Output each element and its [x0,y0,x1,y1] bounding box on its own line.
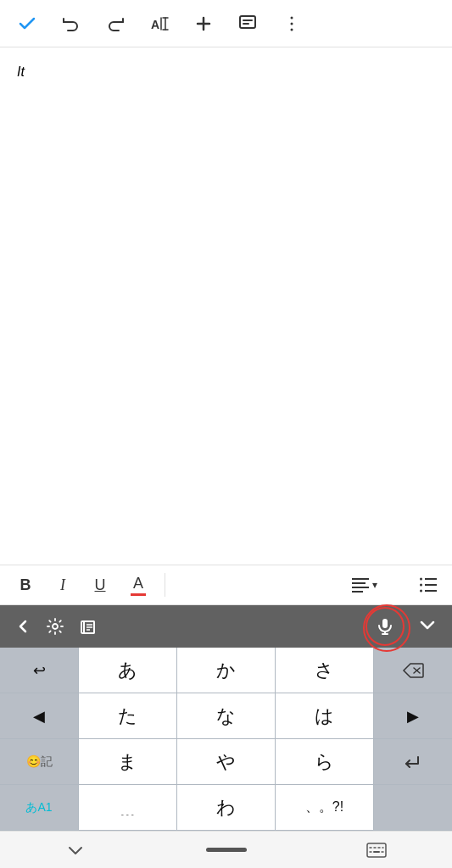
key-kana-switch[interactable]: あA1 [0,785,79,830]
svg-rect-30 [382,619,388,628]
mic-icon [376,617,394,636]
add-button[interactable] [190,10,217,37]
redo-button[interactable] [102,10,129,37]
text-color-button[interactable]: A [126,571,151,599]
mic-button[interactable] [366,607,405,646]
chevron-down-icon[interactable] [411,609,444,645]
key-ta[interactable]: た [79,693,177,738]
pill-bar [206,848,247,852]
svg-point-11 [291,22,293,25]
text-style-button[interactable]: A [146,10,173,37]
keyboard-row-2: ◀ た な は ▶ [0,693,452,739]
svg-rect-7 [240,16,255,28]
align-dropdown-arrow: ▾ [372,579,377,591]
key-na[interactable]: な [177,693,276,738]
bold-button[interactable]: B [14,573,37,598]
key-left[interactable]: ◀ [0,693,79,738]
more-button[interactable] [278,10,305,37]
key-ra[interactable]: ら [276,739,374,784]
key-undo[interactable]: ↩ [0,648,79,693]
italic-button[interactable]: I [51,573,75,598]
color-underline [131,593,146,596]
svg-rect-35 [367,843,386,857]
key-backspace[interactable] [374,648,452,693]
key-a[interactable]: あ [79,648,177,693]
key-ka[interactable]: か [177,648,276,693]
svg-point-12 [291,28,293,31]
key-space[interactable]: ﹍ [79,785,177,830]
svg-point-20 [420,578,422,581]
home-indicator[interactable] [151,848,302,852]
clipboard-icon[interactable] [71,610,103,643]
svg-point-21 [420,584,422,587]
keyboard-switcher-button[interactable] [301,843,452,858]
bottom-nav [0,831,452,868]
check-button[interactable] [14,10,41,37]
svg-point-23 [53,624,58,629]
key-right[interactable]: ▶ [374,693,452,738]
format-bar: B I U A ▾ [0,565,452,605]
key-emoji-memo[interactable]: 😊記 [0,739,79,784]
undo-button[interactable] [58,10,85,37]
divider [165,573,165,597]
document-area[interactable]: It [0,47,452,565]
keyboard-toolbar [0,605,452,648]
key-ha[interactable]: は [276,693,374,738]
svg-point-22 [420,590,422,593]
gear-icon[interactable] [39,610,71,643]
keyboard-row-3: 😊記 ま や ら [0,739,452,785]
key-punct[interactable]: 、。?! [276,785,374,830]
back-icon[interactable] [8,611,39,642]
keyboard-row-4: あA1 ﹍ わ 、。?! [0,785,452,831]
list-button[interactable] [418,576,438,594]
keyboard: ↩ あ か さ ◀ た な は ▶ 😊記 ま や ら [0,648,452,831]
key-enter[interactable] [374,739,452,784]
document-italic-text: It [17,64,25,79]
svg-text:A: A [151,18,159,31]
top-toolbar: A [0,0,452,47]
key-empty [374,785,452,830]
keyboard-row-1: ↩ あ か さ [0,648,452,693]
key-ya[interactable]: や [177,739,276,784]
underline-button[interactable]: U [88,573,112,598]
key-sa[interactable]: さ [276,648,374,693]
key-ma[interactable]: ま [79,739,177,784]
key-wa[interactable]: わ [177,785,276,830]
comment-button[interactable] [234,10,261,37]
align-button[interactable]: ▾ [350,576,377,594]
svg-point-10 [291,16,293,19]
collapse-keyboard-button[interactable] [0,841,151,860]
